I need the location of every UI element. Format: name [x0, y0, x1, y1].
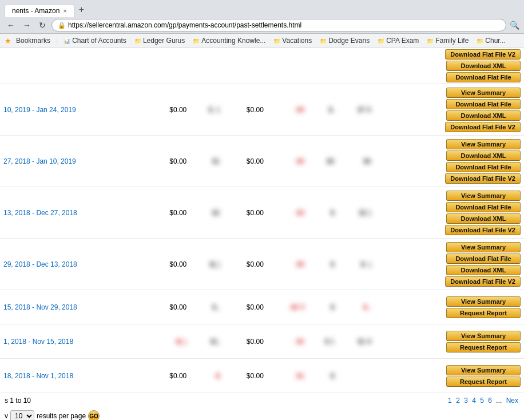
- bookmark-folder-icon: 📁: [477, 38, 483, 44]
- amount-cell-blurred: $: [308, 239, 338, 290]
- amount-cell-blurred: $1 9: [338, 324, 375, 359]
- actions-cell: View Summary Download Flat File Download…: [375, 84, 524, 136]
- bookmarks-star-icon: ★: [5, 37, 11, 45]
- download-flat-file-button[interactable]: Download Flat File: [446, 253, 521, 264]
- page-3-link[interactable]: 3: [464, 397, 468, 405]
- download-xml-button[interactable]: Download XML: [446, 110, 521, 121]
- bookmark-dodge-evans[interactable]: 📁 Dodge Evans: [316, 35, 373, 46]
- amount-cell-blurred: $-,: [338, 290, 375, 324]
- btn-group: View Summary Download Flat File Download…: [378, 191, 521, 235]
- btn-group: View Summary Request Report: [378, 296, 521, 318]
- amount-cell-blurred: $2 ): [338, 187, 375, 239]
- bookmark-chart-of-accounts[interactable]: 📊 Chart of Accounts: [60, 35, 130, 46]
- view-summary-button[interactable]: View Summary: [446, 139, 521, 149]
- view-summary-button[interactable]: View Summary: [446, 88, 521, 98]
- request-report-button[interactable]: Request Report: [446, 342, 521, 352]
- date-link[interactable]: 15, 2018 - Nov 29, 2018: [3, 303, 77, 311]
- bookmark-vacations[interactable]: 📁 Vacations: [270, 35, 315, 46]
- top-actions-cell: Download Flat File V2 Download XML Downl…: [375, 48, 524, 84]
- view-summary-button[interactable]: View Summary: [446, 242, 521, 252]
- tab-bar: nents - Amazon × +: [0, 0, 524, 17]
- bookmark-family-life[interactable]: 📁 Family Life: [423, 35, 472, 46]
- amount-cell-negative-blurred: -$5: [267, 239, 308, 290]
- forward-button[interactable]: →: [21, 19, 33, 31]
- bookmarks-label[interactable]: Bookmarks: [13, 35, 54, 46]
- bookmark-cpa-exam[interactable]: 📁 CPA Exam: [374, 35, 422, 46]
- view-summary-button[interactable]: View Summary: [446, 365, 521, 375]
- url-bar[interactable]: 🔒 https://sellercentral.amazon.com/gp/pa…: [51, 19, 506, 31]
- actions-cell: View Summary Request Report: [375, 290, 524, 324]
- settlements-table: Download Flat File V2 Download XML Downl…: [0, 48, 524, 393]
- download-flat-file-v2-button[interactable]: Download Flat File V2: [445, 276, 521, 287]
- bookmark-folder-icon: 📁: [273, 38, 280, 44]
- download-xml-top-button[interactable]: Download XML: [446, 61, 521, 71]
- request-report-button[interactable]: Request Report: [446, 377, 521, 387]
- next-link[interactable]: Nex: [506, 397, 518, 405]
- view-summary-button[interactable]: View Summary: [446, 191, 521, 201]
- active-tab[interactable]: nents - Amazon ×: [5, 4, 74, 17]
- view-summary-button[interactable]: View Summary: [446, 331, 521, 341]
- date-cell: 27, 2018 - Jan 10, 2019: [0, 136, 146, 187]
- amount-cell-blurred: [338, 359, 375, 393]
- amount-cell-blurred: $( ): [190, 239, 223, 290]
- amount-cell: $0.00: [146, 290, 190, 324]
- back-button[interactable]: ←: [5, 19, 17, 31]
- amount-cell: $0.00: [146, 359, 190, 393]
- go-button[interactable]: GO: [88, 410, 100, 420]
- bookmark-folder-icon: 📁: [134, 38, 141, 44]
- amount-cell-blurred: $: [308, 290, 338, 324]
- tab-close-button[interactable]: ×: [63, 7, 66, 14]
- amount-cell-blurred: $- ): [338, 239, 375, 290]
- date-link[interactable]: 13, 2018 - Dec 27, 2018: [3, 209, 77, 217]
- page-1-link[interactable]: 1: [448, 397, 452, 405]
- page-6-link[interactable]: 6: [488, 397, 492, 405]
- results-prefix: v: [5, 412, 8, 420]
- actions-cell: View Summary Request Report: [375, 324, 524, 359]
- amount-cell-blurred: $1,: [190, 324, 223, 359]
- date-link[interactable]: 27, 2018 - Jan 10, 2019: [3, 157, 76, 165]
- amount-cell-negative-blurred: -$3: [267, 187, 308, 239]
- pagination-bar: s 1 to 10 1 2 3 4 5 6 ... Nex: [0, 393, 524, 408]
- bookmark-folder-icon: 📊: [63, 38, 70, 44]
- bookmark-accounting[interactable]: 📁 Accounting Knowle...: [189, 35, 269, 46]
- page-links: 1 2 3 4 5 6 ... Nex: [447, 397, 519, 405]
- refresh-button[interactable]: ↻: [37, 19, 48, 31]
- amount-cell-negative-blurred: -$1: [267, 359, 308, 393]
- download-flat-file-v2-button[interactable]: Download Flat File V2: [445, 122, 521, 132]
- bookmark-church[interactable]: 📁 Chur...: [473, 35, 509, 46]
- bookmark-ledger-gurus[interactable]: 📁 Ledger Gurus: [131, 35, 188, 46]
- table-row: 13, 2018 - Dec 27, 2018 $0.00 $2 $0.00 -…: [0, 187, 524, 239]
- results-per-page-select[interactable]: 10 25 50: [10, 410, 34, 420]
- btn-group: View Summary Request Report: [378, 331, 521, 352]
- page-2-link[interactable]: 2: [456, 397, 460, 405]
- download-flat-file-v2-button[interactable]: Download Flat File V2: [445, 173, 521, 184]
- view-summary-button[interactable]: View Summary: [446, 296, 521, 307]
- download-xml-button[interactable]: Download XML: [446, 150, 521, 161]
- page-5-link[interactable]: 5: [480, 397, 484, 405]
- amount-cell-negative-blurred: -$5: [267, 136, 308, 187]
- download-flat-file-button[interactable]: Download Flat File: [446, 99, 521, 109]
- page-4-link[interactable]: 4: [472, 397, 476, 405]
- download-flat-file-v2-top-button[interactable]: Download Flat File V2: [445, 49, 521, 60]
- amount-cell-blurred: $. 1: [190, 84, 223, 136]
- date-link[interactable]: 10, 2019 - Jan 24, 2019: [3, 106, 76, 114]
- new-tab-button[interactable]: +: [74, 2, 89, 17]
- date-link[interactable]: 1, 2018 - Nov 15, 2018: [3, 338, 73, 346]
- request-report-button[interactable]: Request Report: [446, 308, 521, 318]
- download-flat-file-button[interactable]: Download Flat File: [446, 162, 521, 172]
- amount-cell: $0.00: [146, 239, 190, 290]
- date-link[interactable]: 18, 2018 - Nov 1, 2018: [3, 372, 73, 380]
- btn-group: View Summary Request Report: [378, 365, 521, 387]
- table-row: 29, 2018 - Dec 13, 2018 $0.00 $( ) $0.00…: [0, 239, 524, 290]
- date-cell: 29, 2018 - Dec 13, 2018: [0, 239, 146, 290]
- date-link[interactable]: 29, 2018 - Dec 13, 2018: [3, 260, 77, 268]
- download-flat-file-top-button[interactable]: Download Flat File: [446, 72, 521, 82]
- amount-cell: $0.00: [223, 290, 267, 324]
- download-xml-button[interactable]: Download XML: [446, 265, 521, 275]
- date-cell: 18, 2018 - Nov 1, 2018: [0, 359, 146, 393]
- bookmark-folder-icon: 📁: [193, 38, 200, 44]
- download-xml-button[interactable]: Download XML: [446, 213, 521, 224]
- top-btn-group: Download Flat File V2 Download XML Downl…: [378, 49, 521, 82]
- download-flat-file-button[interactable]: Download Flat File: [446, 202, 521, 212]
- download-flat-file-v2-button[interactable]: Download Flat File V2: [445, 225, 521, 235]
